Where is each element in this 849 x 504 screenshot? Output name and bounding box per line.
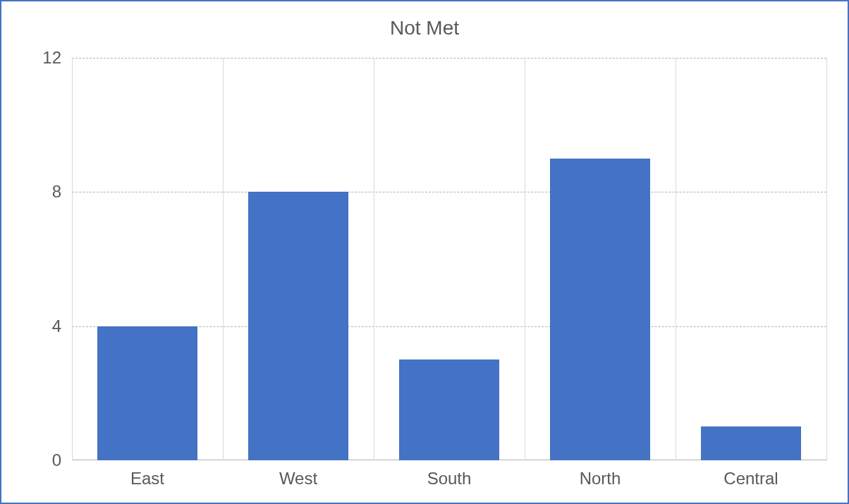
x-tick-label: South (374, 469, 525, 488)
plot-wrap: 12 8 4 0 East Wes (30, 58, 826, 460)
bar-slot (223, 58, 374, 460)
bars-container (72, 58, 826, 460)
y-tick-label: 0 (52, 450, 61, 470)
x-tick-label: North (525, 469, 676, 488)
bar-north (550, 159, 649, 460)
bar-south (399, 359, 499, 460)
chart-title: Not Met (1, 17, 848, 39)
bar-east (97, 326, 197, 460)
bar-slot (72, 58, 223, 460)
x-axis-labels: East West South North Central (72, 469, 826, 488)
bar-slot (374, 58, 525, 460)
y-tick-label: 4 (52, 316, 61, 336)
bar-west (248, 192, 348, 460)
x-tick-label: West (223, 469, 374, 488)
bar-slot (676, 58, 826, 460)
bar-central (701, 426, 800, 460)
gridline-vertical (826, 58, 827, 460)
y-tick-label: 8 (52, 182, 61, 202)
y-axis-labels: 12 8 4 0 (30, 58, 68, 460)
plot-area (72, 58, 826, 460)
bar-slot (525, 58, 676, 460)
y-tick-label: 12 (42, 48, 61, 68)
x-tick-label: Central (676, 469, 826, 488)
chart-frame: Not Met 12 8 4 0 (0, 0, 849, 504)
x-tick-label: East (72, 469, 223, 488)
